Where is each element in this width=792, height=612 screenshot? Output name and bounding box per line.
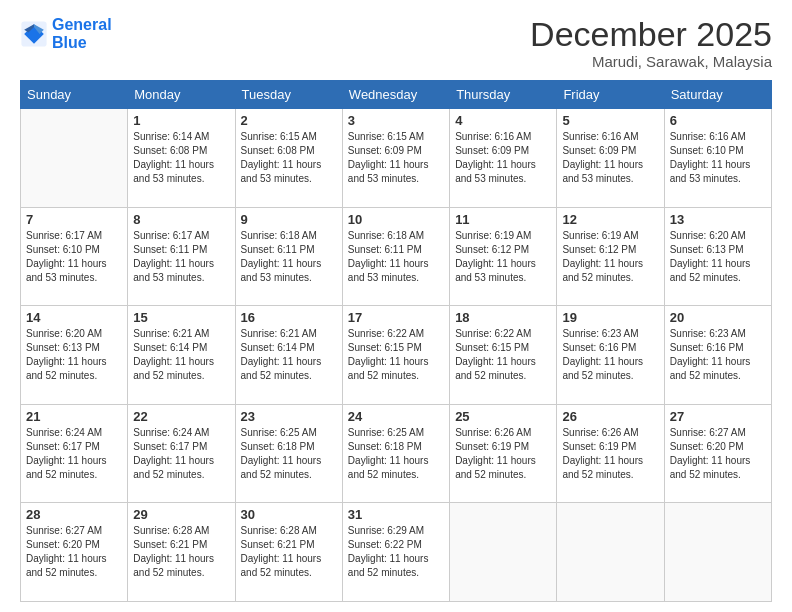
calendar-cell-3-2: 23Sunrise: 6:25 AM Sunset: 6:18 PM Dayli… bbox=[235, 404, 342, 503]
cell-info: Sunrise: 6:23 AM Sunset: 6:16 PM Dayligh… bbox=[562, 327, 658, 383]
day-number: 24 bbox=[348, 409, 444, 424]
calendar-cell-2-0: 14Sunrise: 6:20 AM Sunset: 6:13 PM Dayli… bbox=[21, 306, 128, 405]
calendar-cell-3-5: 26Sunrise: 6:26 AM Sunset: 6:19 PM Dayli… bbox=[557, 404, 664, 503]
logo-text: General Blue bbox=[52, 16, 112, 51]
cell-info: Sunrise: 6:16 AM Sunset: 6:09 PM Dayligh… bbox=[562, 130, 658, 186]
day-number: 30 bbox=[241, 507, 337, 522]
day-number: 18 bbox=[455, 310, 551, 325]
day-number: 23 bbox=[241, 409, 337, 424]
location: Marudi, Sarawak, Malaysia bbox=[530, 53, 772, 70]
calendar-cell-3-3: 24Sunrise: 6:25 AM Sunset: 6:18 PM Dayli… bbox=[342, 404, 449, 503]
day-number: 11 bbox=[455, 212, 551, 227]
day-number: 21 bbox=[26, 409, 122, 424]
calendar-table: SundayMondayTuesdayWednesdayThursdayFrid… bbox=[20, 80, 772, 602]
cell-info: Sunrise: 6:26 AM Sunset: 6:19 PM Dayligh… bbox=[455, 426, 551, 482]
calendar-cell-3-4: 25Sunrise: 6:26 AM Sunset: 6:19 PM Dayli… bbox=[450, 404, 557, 503]
cell-info: Sunrise: 6:14 AM Sunset: 6:08 PM Dayligh… bbox=[133, 130, 229, 186]
cell-info: Sunrise: 6:18 AM Sunset: 6:11 PM Dayligh… bbox=[241, 229, 337, 285]
day-number: 28 bbox=[26, 507, 122, 522]
calendar-cell-4-0: 28Sunrise: 6:27 AM Sunset: 6:20 PM Dayli… bbox=[21, 503, 128, 602]
cell-info: Sunrise: 6:27 AM Sunset: 6:20 PM Dayligh… bbox=[670, 426, 766, 482]
cell-info: Sunrise: 6:28 AM Sunset: 6:21 PM Dayligh… bbox=[241, 524, 337, 580]
day-number: 25 bbox=[455, 409, 551, 424]
cell-info: Sunrise: 6:23 AM Sunset: 6:16 PM Dayligh… bbox=[670, 327, 766, 383]
day-number: 15 bbox=[133, 310, 229, 325]
day-number: 22 bbox=[133, 409, 229, 424]
calendar-cell-1-1: 8Sunrise: 6:17 AM Sunset: 6:11 PM Daylig… bbox=[128, 207, 235, 306]
calendar-cell-1-0: 7Sunrise: 6:17 AM Sunset: 6:10 PM Daylig… bbox=[21, 207, 128, 306]
calendar-header-saturday: Saturday bbox=[664, 81, 771, 109]
calendar-cell-4-5 bbox=[557, 503, 664, 602]
cell-info: Sunrise: 6:21 AM Sunset: 6:14 PM Dayligh… bbox=[241, 327, 337, 383]
cell-info: Sunrise: 6:20 AM Sunset: 6:13 PM Dayligh… bbox=[26, 327, 122, 383]
cell-info: Sunrise: 6:24 AM Sunset: 6:17 PM Dayligh… bbox=[133, 426, 229, 482]
calendar-cell-0-4: 4Sunrise: 6:16 AM Sunset: 6:09 PM Daylig… bbox=[450, 109, 557, 208]
day-number: 10 bbox=[348, 212, 444, 227]
calendar-cell-2-3: 17Sunrise: 6:22 AM Sunset: 6:15 PM Dayli… bbox=[342, 306, 449, 405]
calendar-cell-0-6: 6Sunrise: 6:16 AM Sunset: 6:10 PM Daylig… bbox=[664, 109, 771, 208]
calendar-cell-2-4: 18Sunrise: 6:22 AM Sunset: 6:15 PM Dayli… bbox=[450, 306, 557, 405]
week-row-1: 7Sunrise: 6:17 AM Sunset: 6:10 PM Daylig… bbox=[21, 207, 772, 306]
week-row-2: 14Sunrise: 6:20 AM Sunset: 6:13 PM Dayli… bbox=[21, 306, 772, 405]
day-number: 2 bbox=[241, 113, 337, 128]
logo: General Blue bbox=[20, 16, 112, 51]
cell-info: Sunrise: 6:15 AM Sunset: 6:09 PM Dayligh… bbox=[348, 130, 444, 186]
cell-info: Sunrise: 6:19 AM Sunset: 6:12 PM Dayligh… bbox=[562, 229, 658, 285]
calendar-header-sunday: Sunday bbox=[21, 81, 128, 109]
cell-info: Sunrise: 6:22 AM Sunset: 6:15 PM Dayligh… bbox=[455, 327, 551, 383]
cell-info: Sunrise: 6:20 AM Sunset: 6:13 PM Dayligh… bbox=[670, 229, 766, 285]
cell-info: Sunrise: 6:25 AM Sunset: 6:18 PM Dayligh… bbox=[241, 426, 337, 482]
calendar-header-row: SundayMondayTuesdayWednesdayThursdayFrid… bbox=[21, 81, 772, 109]
calendar-cell-1-5: 12Sunrise: 6:19 AM Sunset: 6:12 PM Dayli… bbox=[557, 207, 664, 306]
cell-info: Sunrise: 6:25 AM Sunset: 6:18 PM Dayligh… bbox=[348, 426, 444, 482]
day-number: 4 bbox=[455, 113, 551, 128]
day-number: 16 bbox=[241, 310, 337, 325]
week-row-4: 28Sunrise: 6:27 AM Sunset: 6:20 PM Dayli… bbox=[21, 503, 772, 602]
calendar-header-friday: Friday bbox=[557, 81, 664, 109]
calendar-cell-1-4: 11Sunrise: 6:19 AM Sunset: 6:12 PM Dayli… bbox=[450, 207, 557, 306]
cell-info: Sunrise: 6:28 AM Sunset: 6:21 PM Dayligh… bbox=[133, 524, 229, 580]
calendar-cell-3-0: 21Sunrise: 6:24 AM Sunset: 6:17 PM Dayli… bbox=[21, 404, 128, 503]
cell-info: Sunrise: 6:21 AM Sunset: 6:14 PM Dayligh… bbox=[133, 327, 229, 383]
calendar-cell-4-3: 31Sunrise: 6:29 AM Sunset: 6:22 PM Dayli… bbox=[342, 503, 449, 602]
cell-info: Sunrise: 6:15 AM Sunset: 6:08 PM Dayligh… bbox=[241, 130, 337, 186]
calendar-cell-4-6 bbox=[664, 503, 771, 602]
cell-info: Sunrise: 6:26 AM Sunset: 6:19 PM Dayligh… bbox=[562, 426, 658, 482]
day-number: 31 bbox=[348, 507, 444, 522]
cell-info: Sunrise: 6:24 AM Sunset: 6:17 PM Dayligh… bbox=[26, 426, 122, 482]
calendar-header-monday: Monday bbox=[128, 81, 235, 109]
day-number: 27 bbox=[670, 409, 766, 424]
page: General Blue December 2025 Marudi, Saraw… bbox=[0, 0, 792, 612]
day-number: 9 bbox=[241, 212, 337, 227]
calendar-cell-0-3: 3Sunrise: 6:15 AM Sunset: 6:09 PM Daylig… bbox=[342, 109, 449, 208]
calendar-cell-0-2: 2Sunrise: 6:15 AM Sunset: 6:08 PM Daylig… bbox=[235, 109, 342, 208]
cell-info: Sunrise: 6:19 AM Sunset: 6:12 PM Dayligh… bbox=[455, 229, 551, 285]
calendar-cell-4-2: 30Sunrise: 6:28 AM Sunset: 6:21 PM Dayli… bbox=[235, 503, 342, 602]
cell-info: Sunrise: 6:22 AM Sunset: 6:15 PM Dayligh… bbox=[348, 327, 444, 383]
day-number: 5 bbox=[562, 113, 658, 128]
day-number: 17 bbox=[348, 310, 444, 325]
calendar-cell-0-0 bbox=[21, 109, 128, 208]
cell-info: Sunrise: 6:16 AM Sunset: 6:09 PM Dayligh… bbox=[455, 130, 551, 186]
calendar-cell-2-2: 16Sunrise: 6:21 AM Sunset: 6:14 PM Dayli… bbox=[235, 306, 342, 405]
month-title: December 2025 bbox=[530, 16, 772, 53]
calendar-cell-0-5: 5Sunrise: 6:16 AM Sunset: 6:09 PM Daylig… bbox=[557, 109, 664, 208]
calendar-cell-2-6: 20Sunrise: 6:23 AM Sunset: 6:16 PM Dayli… bbox=[664, 306, 771, 405]
calendar-cell-2-5: 19Sunrise: 6:23 AM Sunset: 6:16 PM Dayli… bbox=[557, 306, 664, 405]
day-number: 3 bbox=[348, 113, 444, 128]
week-row-0: 1Sunrise: 6:14 AM Sunset: 6:08 PM Daylig… bbox=[21, 109, 772, 208]
calendar-cell-1-6: 13Sunrise: 6:20 AM Sunset: 6:13 PM Dayli… bbox=[664, 207, 771, 306]
calendar-header-tuesday: Tuesday bbox=[235, 81, 342, 109]
calendar-cell-1-2: 9Sunrise: 6:18 AM Sunset: 6:11 PM Daylig… bbox=[235, 207, 342, 306]
calendar-cell-0-1: 1Sunrise: 6:14 AM Sunset: 6:08 PM Daylig… bbox=[128, 109, 235, 208]
day-number: 19 bbox=[562, 310, 658, 325]
calendar-cell-4-4 bbox=[450, 503, 557, 602]
day-number: 14 bbox=[26, 310, 122, 325]
day-number: 20 bbox=[670, 310, 766, 325]
calendar-cell-2-1: 15Sunrise: 6:21 AM Sunset: 6:14 PM Dayli… bbox=[128, 306, 235, 405]
day-number: 12 bbox=[562, 212, 658, 227]
week-row-3: 21Sunrise: 6:24 AM Sunset: 6:17 PM Dayli… bbox=[21, 404, 772, 503]
header: General Blue December 2025 Marudi, Saraw… bbox=[20, 16, 772, 70]
title-block: December 2025 Marudi, Sarawak, Malaysia bbox=[530, 16, 772, 70]
cell-info: Sunrise: 6:29 AM Sunset: 6:22 PM Dayligh… bbox=[348, 524, 444, 580]
